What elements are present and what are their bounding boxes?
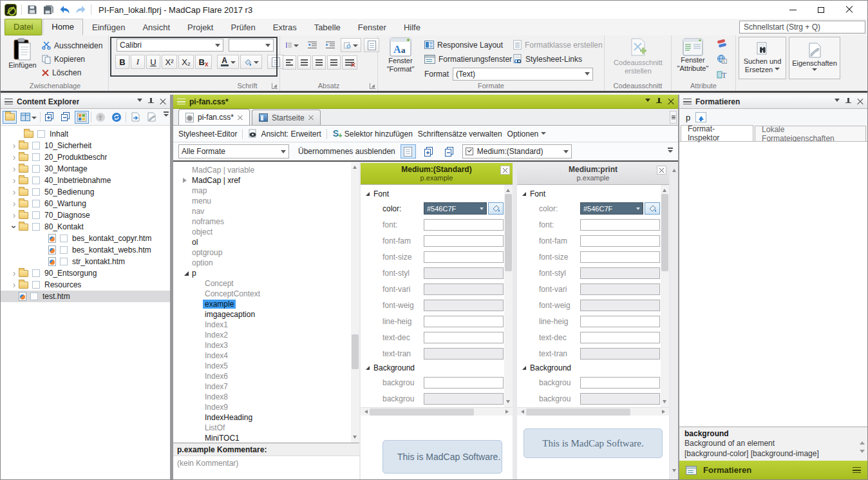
tab-startseite[interactable]: Startseite xyxy=(252,110,321,125)
scrollbar-thumb[interactable] xyxy=(661,194,668,271)
close-icon[interactable] xyxy=(160,99,166,105)
dialog-launcher-icon[interactable] xyxy=(272,83,278,89)
filter-overflow-button[interactable] xyxy=(668,148,673,155)
file-properties-button[interactable] xyxy=(144,111,158,124)
responsive-layout-button[interactable]: Responsive Layout xyxy=(424,38,503,52)
parent-tag-button[interactable] xyxy=(695,112,706,122)
menu-icon[interactable] xyxy=(683,99,692,104)
dropdown-icon[interactable] xyxy=(645,99,650,104)
properties-button[interactable]: Eigenschaften xyxy=(789,37,840,79)
tree-item[interactable]: 40_Inbetriebnahme xyxy=(1,175,170,186)
selector-expander-icon[interactable] xyxy=(182,178,190,183)
stylesheet-links-button[interactable]: Stylesheet-Links xyxy=(513,52,582,66)
bold-button[interactable]: B xyxy=(115,55,129,69)
file-list-view-button[interactable] xyxy=(19,111,38,124)
property-input[interactable] xyxy=(424,283,504,295)
section-background[interactable]: Background xyxy=(364,361,504,374)
open-file-button[interactable] xyxy=(128,111,142,124)
pin-icon[interactable] xyxy=(656,98,662,106)
property-input[interactable] xyxy=(580,283,660,295)
selector-item[interactable]: optgroup xyxy=(173,247,351,258)
tree-item-checkbox[interactable] xyxy=(32,188,40,196)
manage-font-sets-button[interactable]: Schriftensätze verwalten xyxy=(418,130,502,139)
tree-expander-icon[interactable] xyxy=(10,224,19,230)
color-picker-button[interactable] xyxy=(488,202,504,215)
close-button[interactable] xyxy=(835,1,863,18)
tree-expander-icon[interactable] xyxy=(10,270,19,276)
tree-item[interactable]: str_kontakt.htm xyxy=(1,256,170,267)
show-files-button[interactable] xyxy=(75,111,89,124)
tree-item[interactable]: 60_Wartung xyxy=(1,198,170,209)
tab-local-properties[interactable]: Lokale Formateigenschaften xyxy=(755,126,866,141)
scroll-up-icon[interactable] xyxy=(506,187,510,192)
tree-item-checkbox[interactable] xyxy=(32,211,40,219)
save-all-icon[interactable] xyxy=(42,4,54,15)
format-combobox[interactable]: (Text) xyxy=(453,68,593,81)
align-left-button[interactable] xyxy=(283,55,296,70)
selector-item[interactable]: Index5 xyxy=(173,361,351,371)
menu-icon[interactable] xyxy=(5,99,13,104)
tab-scroll-button[interactable] xyxy=(670,111,677,124)
scroll-down-icon[interactable] xyxy=(672,469,676,474)
format-panel-footer[interactable]: Formatieren xyxy=(679,461,867,479)
tree-expander-icon[interactable] xyxy=(10,154,19,160)
panel-scrollbar[interactable] xyxy=(661,185,669,407)
selector-item[interactable]: example xyxy=(173,299,351,309)
tree-item-checkbox[interactable] xyxy=(32,269,40,277)
tree-expander-icon[interactable] xyxy=(10,282,19,288)
tab-pi-fan-css[interactable]: pi-fan.css* xyxy=(178,109,250,125)
scrollbar-thumb[interactable] xyxy=(370,408,474,416)
selector-item[interactable]: p xyxy=(173,268,351,278)
scroll-up-icon[interactable] xyxy=(860,439,865,445)
cut-button[interactable]: Ausschneiden xyxy=(42,39,102,52)
pin-icon[interactable] xyxy=(845,98,851,106)
tree-expander-icon[interactable] xyxy=(10,189,19,195)
collapse-styles-button[interactable] xyxy=(442,144,457,158)
ribbon-tab[interactable]: Fenster xyxy=(350,20,395,35)
selector-item[interactable]: map xyxy=(173,186,351,196)
section-font[interactable]: Font xyxy=(364,187,504,200)
tab-close-icon[interactable] xyxy=(308,115,314,120)
ribbon-tab[interactable]: Hilfe xyxy=(395,20,429,35)
dialog-launcher-icon[interactable] xyxy=(370,83,375,89)
paste-button[interactable]: Einfügen xyxy=(6,38,39,70)
font-family-combobox[interactable]: Calibri xyxy=(117,39,223,52)
scrollbar-thumb[interactable] xyxy=(352,334,359,369)
outdent-button[interactable] xyxy=(305,38,320,52)
ribbon-tab[interactable]: Home xyxy=(42,19,83,35)
tree-item-checkbox[interactable] xyxy=(32,177,40,184)
panel-scrollbar[interactable] xyxy=(504,185,513,407)
property-input[interactable] xyxy=(424,235,504,247)
toolbar-overflow-button[interactable] xyxy=(164,111,169,119)
selector-item[interactable]: Index9 xyxy=(173,402,351,412)
tree-item[interactable]: Inhalt xyxy=(1,128,170,140)
ribbon-tab[interactable]: Einfügen xyxy=(84,20,133,35)
dropdown-icon[interactable] xyxy=(137,99,142,104)
superscript-button[interactable]: X² xyxy=(162,55,177,69)
selector-item[interactable]: Index8 xyxy=(173,392,351,402)
scrollbar-thumb[interactable] xyxy=(505,194,512,271)
view-mode-button[interactable]: Ansicht: Erweitert xyxy=(248,129,321,139)
minimize-button[interactable] xyxy=(778,1,807,18)
tree-item[interactable]: 10_Sicherheit xyxy=(1,140,170,151)
selector-item[interactable]: ListOf xyxy=(173,423,351,433)
tree-item[interactable]: 20_Produktbeschr xyxy=(1,151,170,163)
dropdown-icon[interactable] xyxy=(835,99,840,104)
highlight-color-button[interactable] xyxy=(240,55,262,69)
formatting-window-button[interactable]: Formatierungsfenster xyxy=(424,52,512,66)
scroll-down-icon[interactable] xyxy=(860,450,865,456)
list-button[interactable] xyxy=(283,38,302,52)
tree-item-checkbox[interactable] xyxy=(60,246,68,254)
tree-item[interactable]: 90_Entsorgung xyxy=(1,267,170,279)
property-input[interactable] xyxy=(424,219,504,231)
italic-button[interactable]: I xyxy=(131,55,145,69)
align-right-button[interactable] xyxy=(312,55,326,70)
scroll-up-icon[interactable] xyxy=(353,164,357,169)
property-input[interactable] xyxy=(424,377,504,389)
delete-button[interactable]: Löschen xyxy=(42,66,102,79)
indent-button[interactable] xyxy=(323,38,338,52)
selector-item[interactable]: Index6 xyxy=(173,371,351,381)
property-input[interactable] xyxy=(580,316,660,327)
selector-item[interactable]: ConceptContext xyxy=(173,289,351,299)
scroll-left-icon[interactable] xyxy=(519,410,524,414)
